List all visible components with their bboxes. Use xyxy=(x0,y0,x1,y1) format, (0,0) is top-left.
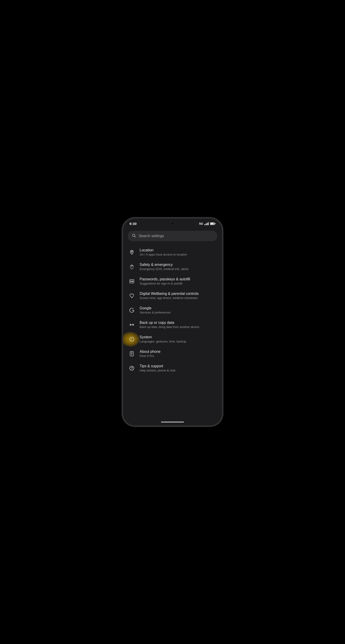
safety-title: Safety & emergency xyxy=(140,263,188,267)
about-title: About phone xyxy=(140,350,160,354)
backup-subtitle: Back up data, bring data from another de… xyxy=(140,325,199,329)
passwords-icon xyxy=(128,278,135,284)
search-placeholder-text: Search settings xyxy=(139,234,164,238)
settings-item-wellbeing[interactable]: Digital Wellbeing & parental controls Sc… xyxy=(123,288,222,303)
passwords-subtitle: Suggestions for sign-in & autofill xyxy=(140,282,190,285)
svg-point-2 xyxy=(131,251,132,252)
google-title: Google xyxy=(140,306,170,310)
about-subtitle: Pixel 9 Pro xyxy=(140,354,160,358)
svg-line-1 xyxy=(134,236,136,237)
passwords-item-text: Passwords, passkeys & autofill Suggestio… xyxy=(140,277,190,285)
backup-title: Back up or copy data xyxy=(140,320,199,325)
settings-item-location[interactable]: Location On / 5 apps have access to loca… xyxy=(123,245,222,260)
safety-item-text: Safety & emergency Emergency SOS, medica… xyxy=(140,263,188,271)
location-title: Location xyxy=(140,248,187,252)
location-pin-icon xyxy=(128,249,135,256)
search-bar[interactable]: Search settings xyxy=(128,231,217,241)
battery-icon xyxy=(210,222,216,225)
wellbeing-icon xyxy=(128,292,135,299)
settings-item-passwords[interactable]: Passwords, passkeys & autofill Suggestio… xyxy=(123,274,222,288)
wellbeing-subtitle: Screen time, app timers, bedtime schedul… xyxy=(140,296,199,300)
status-time: 9:30 xyxy=(130,222,136,226)
tips-item-text: Tips & support Help articles, phone & ch… xyxy=(140,364,175,372)
settings-item-tips[interactable]: Tips & support Help articles, phone & ch… xyxy=(123,361,222,375)
system-icon xyxy=(128,336,135,342)
settings-item-backup[interactable]: Back up or copy data Back up data, bring… xyxy=(123,318,222,332)
settings-list: Location On / 5 apps have access to loca… xyxy=(123,245,222,375)
tips-subtitle: Help articles, phone & chat xyxy=(140,369,175,372)
google-subtitle: Services & preferences xyxy=(140,311,170,314)
system-item-text: System Languages, gestures, time, backup xyxy=(140,335,186,343)
settings-item-safety[interactable]: Safety & emergency Emergency SOS, medica… xyxy=(123,260,222,274)
wellbeing-item-text: Digital Wellbeing & parental controls Sc… xyxy=(140,292,199,300)
phone-screen: 9:30 5G xyxy=(123,218,222,426)
location-item-text: Location On / 5 apps have access to loca… xyxy=(140,248,187,256)
backup-item-text: Back up or copy data Back up data, bring… xyxy=(140,320,199,329)
google-icon xyxy=(128,307,135,314)
settings-item-google[interactable]: Google Services & preferences xyxy=(123,303,222,318)
svg-point-6 xyxy=(132,297,132,298)
wellbeing-title: Digital Wellbeing & parental controls xyxy=(140,292,199,296)
search-icon xyxy=(132,234,136,238)
system-subtitle: Languages, gestures, time, backup xyxy=(140,340,186,343)
settings-item-about[interactable]: About phone Pixel 9 Pro xyxy=(123,346,222,361)
passwords-title: Passwords, passkeys & autofill xyxy=(140,277,190,281)
phone-frame: 9:30 5G xyxy=(123,218,222,426)
system-title: System xyxy=(140,335,186,339)
signal-icon xyxy=(204,222,208,225)
backup-icon xyxy=(128,322,135,328)
safety-subtitle: Emergency SOS, medical info, alerts xyxy=(140,267,188,271)
safety-icon xyxy=(128,264,135,270)
status-icons: 5G xyxy=(199,222,216,226)
location-subtitle: On / 5 apps have access to location xyxy=(140,253,187,256)
home-indicator xyxy=(123,418,222,426)
google-item-text: Google Services & preferences xyxy=(140,306,170,314)
tips-icon xyxy=(128,365,135,372)
home-bar xyxy=(161,422,184,422)
about-phone-icon xyxy=(128,350,135,357)
tips-title: Tips & support xyxy=(140,364,175,368)
settings-item-system[interactable]: System Languages, gestures, time, backup xyxy=(123,332,222,346)
camera-notch xyxy=(171,222,174,225)
about-item-text: About phone Pixel 9 Pro xyxy=(140,350,160,358)
settings-scroll-content[interactable]: Search settings Location On / 5 apps hav… xyxy=(123,228,222,418)
network-type: 5G xyxy=(199,222,203,226)
